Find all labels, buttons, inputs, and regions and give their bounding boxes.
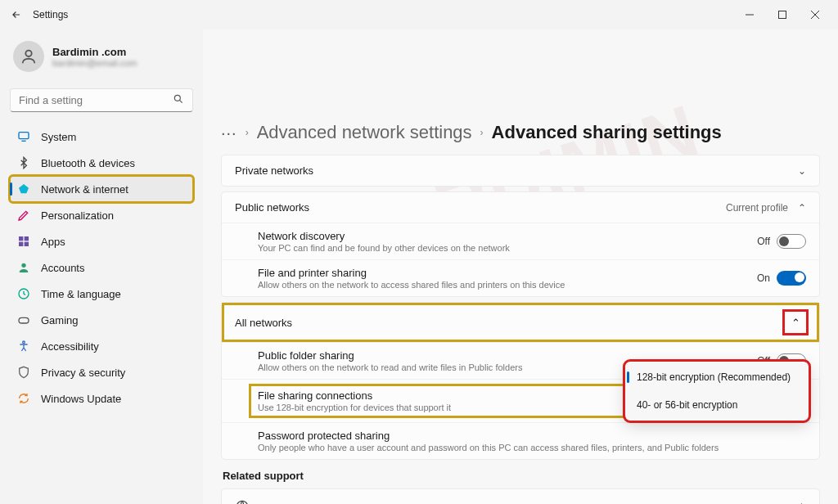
sidebar-item-label: Time & language: [41, 288, 121, 300]
panel-public-networks: Public networks Current profile ⌃ Networ…: [221, 191, 820, 297]
sidebar-item-label: Gaming: [41, 314, 79, 326]
chevron-up-icon: ⌃: [785, 312, 806, 333]
row-title: Public folder sharing: [258, 349, 757, 362]
page-title: Advanced sharing settings: [492, 122, 722, 143]
dropdown-option-40-56bit[interactable]: 40- or 56-bit encryption: [625, 391, 809, 419]
search-input-wrapper[interactable]: [10, 88, 193, 112]
panel-public-header[interactable]: Public networks Current profile ⌃: [222, 192, 819, 223]
current-profile-badge: Current profile: [726, 202, 788, 214]
sidebar-item-label: Accessibility: [41, 340, 99, 353]
svg-point-13: [21, 263, 25, 268]
sidebar-item-accounts[interactable]: Accounts: [10, 254, 193, 281]
sidebar-item-system[interactable]: System: [10, 124, 193, 150]
sidebar-item-personalization[interactable]: Personalization: [10, 202, 193, 228]
breadcrumb-parent[interactable]: Advanced network settings: [257, 122, 472, 143]
svg-rect-1: [779, 11, 786, 19]
personalization-icon: [16, 208, 31, 223]
panel-title: Private networks: [235, 164, 798, 177]
sidebar-nav: System Bluetooth & devices Network & int…: [10, 124, 193, 412]
panel-all-header[interactable]: All networks ⌃: [222, 303, 819, 342]
svg-rect-11: [19, 242, 23, 246]
user-name: Bardimin .com: [52, 46, 137, 58]
window-title: Settings: [33, 9, 68, 20]
svg-rect-15: [19, 317, 29, 323]
back-button[interactable]: [7, 5, 26, 25]
user-avatar-icon: [13, 41, 44, 72]
panel-private-header[interactable]: Private networks ⌄: [222, 155, 819, 186]
toggle-state: On: [757, 272, 770, 284]
toggle-network-discovery[interactable]: [777, 234, 806, 249]
panel-title: Public networks: [235, 201, 726, 214]
sidebar-item-label: Windows Update: [41, 393, 121, 405]
apps-icon: [16, 234, 31, 249]
minimize-button[interactable]: [733, 3, 766, 26]
close-button[interactable]: [799, 3, 831, 26]
search-input[interactable]: [19, 94, 173, 106]
sidebar-item-update[interactable]: Windows Update: [10, 385, 193, 412]
row-title: File and printer sharing: [258, 267, 757, 279]
sidebar-item-label: System: [41, 131, 76, 143]
sidebar-item-gaming[interactable]: Gaming: [10, 307, 193, 333]
accessibility-icon: [16, 339, 31, 353]
maximize-button[interactable]: [766, 3, 799, 26]
gaming-icon: [16, 313, 31, 327]
system-icon: [16, 129, 31, 144]
dropdown-option-128bit[interactable]: 128-bit encryption (Recommended): [625, 363, 809, 391]
chevron-right-icon: ›: [246, 127, 249, 138]
panel-private-networks: Private networks ⌄: [221, 155, 820, 187]
row-desc: Only people who have a user account and …: [258, 443, 806, 452]
accounts-icon: [16, 260, 31, 275]
sidebar-item-label: Accounts: [41, 262, 84, 274]
user-block[interactable]: Bardimin .com bardimin@email.com: [10, 38, 193, 75]
svg-rect-9: [19, 236, 23, 241]
panel-title: All networks: [235, 317, 778, 329]
chevron-up-icon: ⌃: [798, 202, 806, 214]
sidebar-item-label: Bluetooth & devices: [41, 157, 135, 169]
help-header[interactable]: Help from the web ⌃: [222, 489, 819, 504]
sidebar-item-accessibility[interactable]: Accessibility: [10, 333, 193, 359]
row-desc: Allow others on the network to access sh…: [258, 280, 757, 290]
row-network-discovery: Network discovery Your PC can find and b…: [222, 223, 819, 259]
sidebar-item-label: Privacy & security: [41, 367, 125, 379]
titlebar: Settings: [0, 0, 838, 29]
time-icon: [16, 286, 31, 301]
globe-icon: [235, 499, 251, 504]
sidebar-item-label: Personalization: [41, 209, 114, 222]
svg-point-4: [25, 51, 31, 56]
sidebar-item-network[interactable]: Network & internet: [10, 176, 193, 202]
related-support-label: Related support: [223, 470, 820, 482]
update-icon: [16, 391, 31, 406]
bluetooth-icon: [16, 155, 31, 170]
user-email: bardimin@email.com: [52, 58, 137, 68]
breadcrumb-more-icon[interactable]: ···: [221, 124, 237, 142]
svg-rect-12: [25, 242, 29, 246]
svg-rect-7: [19, 133, 29, 139]
sidebar-item-privacy[interactable]: Privacy & security: [10, 359, 193, 385]
search-icon: [173, 93, 184, 107]
row-title: Network discovery: [258, 230, 757, 242]
sidebar: Bardimin .com bardimin@email.com System …: [0, 29, 203, 504]
main-content: BARDIMIN ··· › Advanced network settings…: [203, 29, 838, 504]
toggle-state: Off: [757, 236, 770, 247]
row-password-protected-sharing: Password protected sharing Only people w…: [222, 422, 819, 459]
sidebar-item-label: Network & internet: [41, 183, 128, 196]
sidebar-item-label: Apps: [41, 236, 65, 248]
svg-point-5: [174, 95, 180, 101]
svg-line-6: [179, 100, 182, 102]
toggle-file-printer-sharing[interactable]: [777, 271, 806, 286]
chevron-right-icon: ›: [480, 127, 484, 138]
svg-rect-10: [25, 236, 29, 241]
chevron-down-icon: ⌄: [798, 165, 806, 177]
panel-help: Help from the web ⌃ Learn about Control …: [221, 488, 820, 504]
row-file-printer-sharing: File and printer sharing Allow others on…: [222, 259, 819, 296]
sidebar-item-apps[interactable]: Apps: [10, 228, 193, 254]
privacy-icon: [16, 365, 31, 380]
row-title: Password protected sharing: [258, 430, 806, 442]
network-icon: [16, 182, 31, 196]
encryption-dropdown: 128-bit encryption (Recommended) 40- or …: [625, 362, 809, 421]
sidebar-item-time[interactable]: Time & language: [10, 281, 193, 307]
sidebar-item-bluetooth[interactable]: Bluetooth & devices: [10, 150, 193, 176]
breadcrumb: ··· › Advanced network settings › Advanc…: [221, 122, 820, 143]
svg-point-16: [23, 341, 25, 344]
row-desc: Your PC can find and be found by other d…: [258, 243, 757, 253]
